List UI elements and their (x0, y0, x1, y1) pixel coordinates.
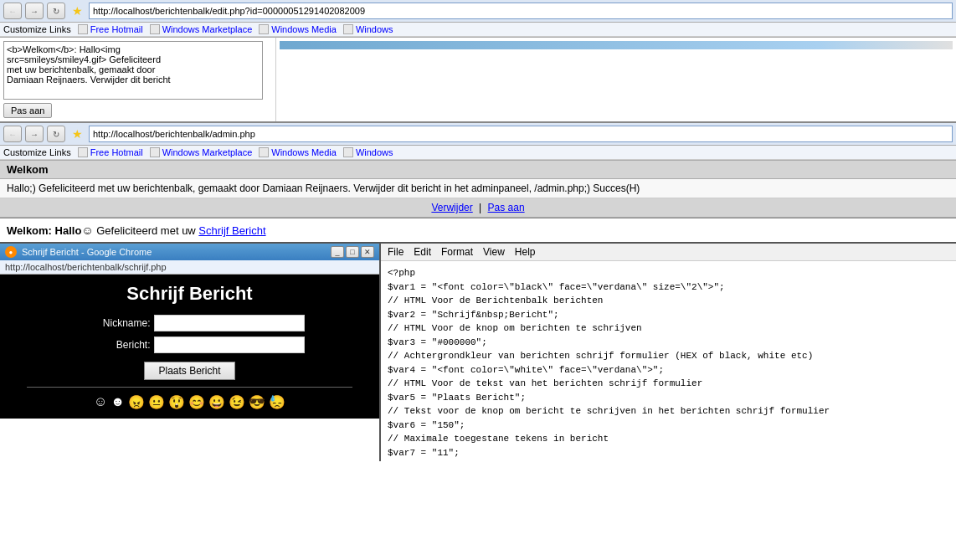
form-divider (27, 387, 353, 388)
minimize-button[interactable]: _ (331, 246, 344, 258)
media-icon-1 (259, 24, 269, 34)
chrome-window-controls: _ □ ✕ (331, 246, 374, 258)
nickname-row: Nickname: (8, 315, 371, 331)
bookmark-hotmail-1[interactable]: Free Hotmail (78, 24, 143, 34)
refresh-button-2[interactable]: ↻ (47, 126, 65, 142)
smiley-5[interactable]: 😲 (168, 394, 185, 410)
bookmark-hotmail-label-2: Free Hotmail (90, 147, 143, 157)
code-menu-bar: File Edit Format View Help (381, 244, 956, 261)
nickname-label: Nickname: (75, 317, 151, 329)
admin-actions-row: Verwijder | Pas aan (0, 198, 956, 218)
bericht-label: Bericht: (75, 339, 151, 351)
bottom-split: ● Schrijf Bericht - Google Chrome _ □ ✕ … (0, 244, 956, 461)
customize-links-1[interactable]: Customize Links (3, 24, 71, 34)
bookmark-marketplace-label-1: Windows Marketplace (162, 24, 253, 34)
bookmark-windows-label-1: Windows (356, 24, 393, 34)
bookmark-marketplace-label-2: Windows Marketplace (162, 147, 253, 157)
browser-2: ← → ↻ ★ Customize Links Free Hotmail Win… (0, 123, 956, 161)
smiley-6[interactable]: 😊 (188, 394, 205, 410)
bookmarks-bar-2: Customize Links Free Hotmail Windows Mar… (0, 146, 956, 160)
menu-edit[interactable]: Edit (414, 246, 431, 258)
smiley-icon: ☺ (81, 223, 93, 237)
bookmark-windows-label-2: Windows (356, 147, 393, 157)
smiley-1[interactable]: ☺ (94, 394, 107, 410)
smiley-10[interactable]: 😓 (269, 394, 285, 410)
bookmark-marketplace-1[interactable]: Windows Marketplace (150, 24, 253, 34)
chrome-url: http://localhost/berichtenbalk/schrijf.p… (5, 262, 167, 272)
edit-textarea[interactable]: <b>Welkom</b>: Hallo<img src=smileys/smi… (3, 41, 263, 100)
close-button[interactable]: ✕ (361, 246, 374, 258)
welcome-middle: Gefeliciteerd met uw (94, 224, 199, 237)
windows-icon-2 (343, 147, 353, 157)
scroll-indicator (280, 41, 953, 49)
browser-2-toolbar: ← → ↻ ★ (0, 123, 956, 146)
bookmark-media-label-1: Windows Media (271, 24, 337, 34)
separator: | (479, 202, 481, 213)
bookmark-hotmail-2[interactable]: Free Hotmail (78, 147, 143, 157)
menu-file[interactable]: File (388, 246, 403, 258)
schrijf-form-title: Schrijf Bericht (126, 283, 252, 305)
schrijf-browser-panel: ● Schrijf Bericht - Google Chrome _ □ ✕ … (0, 244, 381, 461)
bookmark-hotmail-label-1: Free Hotmail (90, 24, 143, 34)
maximize-button[interactable]: □ (346, 246, 359, 258)
smiley-7[interactable]: 😀 (208, 394, 225, 410)
bookmark-media-2[interactable]: Windows Media (259, 147, 337, 157)
admin-message: Hallo;) Gefeliciteerd met uw berichtenba… (0, 179, 956, 198)
nickname-input[interactable] (154, 315, 305, 331)
hotmail-icon-1 (78, 24, 88, 34)
favorite-icon-2[interactable]: ★ (69, 126, 85, 142)
address-bar-2[interactable] (89, 126, 953, 142)
chrome-titlebar: ● Schrijf Bericht - Google Chrome _ □ ✕ (0, 244, 379, 260)
smiley-3[interactable]: 😠 (128, 394, 145, 410)
bookmarks-bar-1: Customize Links Free Hotmail Windows Mar… (0, 23, 956, 37)
bookmark-windows-2[interactable]: Windows (343, 147, 393, 157)
admin-panel: Welkom Hallo;) Gefeliciteerd met uw beri… (0, 161, 956, 218)
chrome-favicon-icon: ● (5, 246, 17, 258)
verwijder-link[interactable]: Verwijder (431, 202, 472, 213)
address-bar-1[interactable] (89, 3, 953, 19)
code-editor-panel: File Edit Format View Help <?php $var1 =… (381, 244, 956, 461)
smiley-4[interactable]: 😐 (148, 394, 165, 410)
schrijf-bericht-link[interactable]: Schrijf Bericht (198, 224, 265, 237)
chrome-address-bar[interactable]: http://localhost/berichtenbalk/schrijf.p… (0, 260, 379, 275)
bookmark-media-label-2: Windows Media (271, 147, 337, 157)
bookmark-media-1[interactable]: Windows Media (259, 24, 337, 34)
media-icon-2 (259, 147, 269, 157)
menu-help[interactable]: Help (515, 246, 536, 258)
welkom-label: Welkom: Hallo (7, 224, 81, 237)
edit-section: <b>Welkom</b>: Hallo<img src=smileys/smi… (0, 38, 956, 123)
admin-message-text: Hallo;) Gefeliciteerd met uw berichtenba… (7, 182, 640, 194)
favorite-icon[interactable]: ★ (69, 3, 85, 19)
refresh-button[interactable]: ↻ (47, 3, 65, 19)
menu-format[interactable]: Format (441, 246, 473, 258)
smileys-row: ☺ ☻ 😠 😐 😲 😊 😀 😉 😎 😓 (94, 394, 285, 410)
smiley-9[interactable]: 😎 (249, 394, 265, 410)
hotmail-icon-2 (78, 147, 88, 157)
back-button[interactable]: ← (3, 3, 22, 19)
marketplace-icon-2 (150, 147, 160, 157)
windows-icon-1 (343, 24, 353, 34)
edit-left-panel: <b>Welkom</b>: Hallo<img src=smileys/smi… (0, 38, 276, 121)
forward-button-2[interactable]: → (25, 126, 44, 142)
menu-view[interactable]: View (483, 246, 505, 258)
marketplace-icon-1 (150, 24, 160, 34)
customize-links-2[interactable]: Customize Links (3, 147, 71, 157)
schrijf-content-area: Schrijf Bericht Nickname: Bericht: Plaat… (0, 275, 379, 419)
pas-aan-button-1[interactable]: Pas aan (3, 103, 52, 118)
pas-aan-link[interactable]: Pas aan (488, 202, 525, 213)
bookmark-marketplace-2[interactable]: Windows Marketplace (150, 147, 253, 157)
admin-header: Welkom (0, 161, 956, 179)
plaats-bericht-button[interactable]: Plaats Bericht (144, 362, 234, 380)
back-button-2[interactable]: ← (3, 126, 22, 142)
code-content-area[interactable]: <?php $var1 = "<font color=\"black\" fac… (381, 261, 956, 461)
bericht-row: Bericht: (8, 337, 371, 353)
smiley-2[interactable]: ☻ (111, 394, 125, 410)
admin-header-title: Welkom (7, 163, 49, 176)
smiley-8[interactable]: 😉 (229, 394, 245, 410)
edit-right-panel (276, 38, 956, 121)
bookmark-windows-1[interactable]: Windows (343, 24, 393, 34)
bericht-input[interactable] (154, 337, 305, 353)
chrome-title-left: ● Schrijf Bericht - Google Chrome (5, 246, 152, 258)
forward-button[interactable]: → (25, 3, 44, 19)
browser-1-toolbar: ← → ↻ ★ (0, 0, 956, 23)
